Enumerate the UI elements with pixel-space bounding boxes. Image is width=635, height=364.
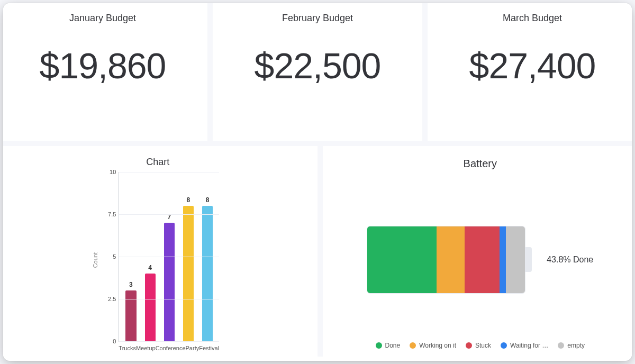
bar [145, 274, 156, 341]
legend-label: Stuck [475, 342, 491, 349]
battery-segment-stuck[interactable] [465, 226, 500, 293]
gridline [119, 214, 219, 215]
legend-item-working-on-it[interactable]: Working on it [410, 342, 456, 349]
chart-grid: 34788 02.557.510 [119, 172, 219, 342]
legend-dot-icon [410, 342, 416, 349]
battery-shell [367, 226, 525, 294]
bar-value-label: 8 [206, 196, 210, 204]
battery-shell-wrap [367, 226, 525, 294]
budget-value: $19,860 [40, 45, 166, 86]
legend-label: Working on it [419, 342, 456, 349]
budget-card-january: January Budget $19,860 [3, 3, 202, 141]
card-title: March Budget [503, 13, 562, 24]
budget-row: January Budget $19,860 February Budget $… [3, 3, 632, 146]
card-title: February Budget [282, 13, 353, 24]
legend-label: empty [567, 342, 585, 349]
card-divider [318, 146, 323, 357]
battery-segment-waiting-for-[interactable] [500, 226, 506, 293]
legend-dot-icon [501, 342, 507, 349]
x-tick-label: Trucks [119, 345, 136, 351]
legend-item-stuck[interactable]: Stuck [466, 342, 491, 349]
battery-cap-icon [525, 247, 532, 271]
dashboard-board: January Budget $19,860 February Budget $… [3, 3, 632, 361]
chart-title: Chart [146, 157, 169, 168]
gridline [119, 299, 219, 299]
budget-card-february: February Budget $22,500 [218, 3, 417, 141]
x-tick-label: Conference [156, 345, 186, 351]
battery-percent-label: 43.8% Done [547, 255, 593, 265]
budget-card-march: March Budget $27,400 [433, 3, 632, 141]
battery-segment-done[interactable] [367, 226, 437, 293]
budget-value: $27,400 [469, 45, 596, 86]
legend-label: Done [385, 342, 401, 349]
bar-value-label: 3 [129, 281, 133, 288]
bar [125, 290, 136, 341]
y-tick-label: 5 [101, 253, 116, 260]
x-axis: TrucksMeetupConferencePartyFestival [119, 345, 219, 351]
bar [183, 206, 194, 341]
x-tick-label: Party [186, 345, 199, 351]
x-tick-label: Festival [199, 345, 219, 351]
gridline [119, 341, 219, 342]
battery-card: Battery 43.8% Done DoneWorking on itStuc… [328, 146, 632, 357]
legend-dot-icon [466, 342, 472, 349]
x-tick-label: Meetup [136, 345, 156, 351]
bar [202, 206, 213, 341]
legend-item-waiting-for-[interactable]: Waiting for … [501, 342, 548, 349]
legend-dot-icon [376, 342, 382, 349]
budget-value: $22,500 [255, 45, 381, 86]
bar-chart-card: Chart Count 34788 02.557.510 TrucksMeetu… [3, 146, 312, 357]
bar-value-label: 8 [187, 196, 190, 204]
gridline [119, 172, 219, 172]
y-axis-label: Count [92, 252, 98, 268]
battery-segment-working-on-it[interactable] [437, 226, 465, 293]
y-tick-label: 7.5 [101, 211, 116, 217]
battery-area: 43.8% Done [367, 180, 593, 339]
legend-item-done[interactable]: Done [376, 342, 401, 349]
card-divider [422, 3, 428, 141]
chart-body: Count 34788 02.557.510 TrucksMeetupConfe… [92, 169, 223, 351]
battery-segment-empty[interactable] [506, 226, 525, 293]
chart-plot: 34788 02.557.510 TrucksMeetupConferenceP… [101, 169, 223, 351]
battery-title: Battery [464, 158, 497, 170]
y-tick-label: 0 [101, 338, 116, 344]
legend-label: Waiting for … [510, 342, 548, 349]
legend-item-empty[interactable]: empty [558, 342, 585, 349]
charts-row: Chart Count 34788 02.557.510 TrucksMeetu… [3, 146, 632, 357]
bar-value-label: 4 [148, 264, 152, 271]
legend-dot-icon [558, 342, 564, 349]
gridline [119, 257, 219, 257]
card-divider [207, 3, 213, 141]
bar [164, 223, 175, 341]
card-title: January Budget [69, 13, 136, 24]
battery-legend: DoneWorking on itStuckWaiting for …empty [373, 342, 588, 352]
y-tick-label: 10 [101, 169, 116, 175]
y-tick-label: 2.5 [101, 296, 116, 302]
